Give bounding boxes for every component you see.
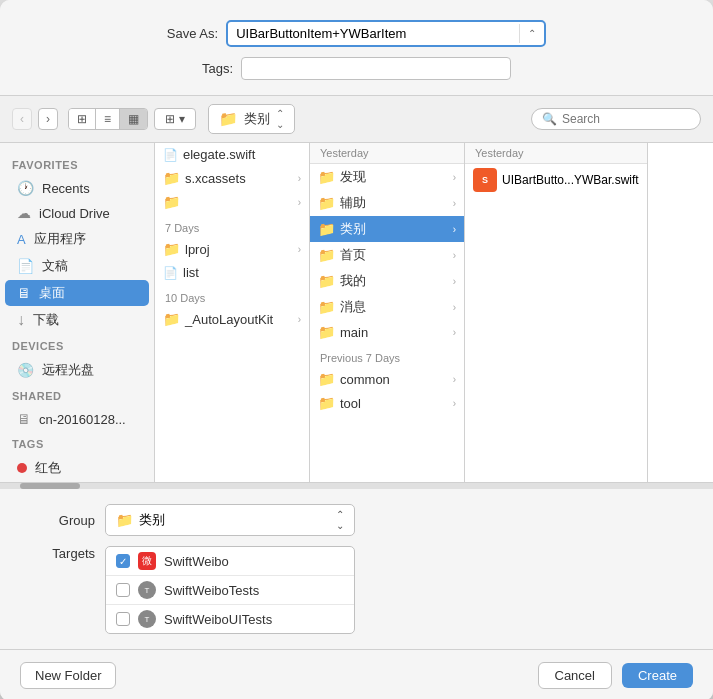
group-selector[interactable]: 📁 类别 ⌃⌄ [105,504,355,536]
folder-icon: 📁 [318,221,335,237]
sidebar-item-recents[interactable]: 🕐 Recents [5,176,149,200]
list-item[interactable]: 📁 main › [310,320,464,344]
scrollbar-thumb[interactable] [20,483,80,489]
folder-icon: 📁 [318,273,335,289]
list-item[interactable]: 📁 我的 › [310,268,464,294]
disk-icon: 💿 [17,362,34,378]
red-dot-icon [17,463,27,473]
view-column-button[interactable]: ▦ [120,109,147,129]
share-button[interactable]: ⊞ ▾ [154,108,196,130]
view-list-button[interactable]: ≡ [96,109,120,129]
create-button[interactable]: Create [622,663,693,688]
list-item[interactable]: S UIBartButto...YWBar.swift [465,164,647,196]
save-as-chevron-icon[interactable]: ⌃ [519,24,544,43]
tags-row: Tags: [30,57,683,80]
list-item[interactable]: 📁 消息 › [310,294,464,320]
target-name-swiftweibo: SwiftWeibo [164,554,229,569]
file-column-1: 📄 elegate.swift 📁 s.xcassets › 📁 › 7 Day… [155,143,310,482]
arrow-icon: › [453,398,456,409]
list-item[interactable]: 📄 list [155,261,309,284]
list-item[interactable]: 📁 _AutoLayoutKit › [155,307,309,331]
save-as-label: Save As: [167,26,218,41]
target-checkbox-swiftweiboUITests[interactable] [116,612,130,626]
share-chevron-icon: ▾ [179,112,185,126]
devices-label: Devices [0,334,154,356]
folder-icon: 📁 [318,195,335,211]
targets-label: Targets [30,546,95,561]
sidebar-item-label: 文稿 [42,257,68,275]
columns-area: 📄 elegate.swift 📁 s.xcassets › 📁 › 7 Day… [155,143,713,482]
folder-icon: 📁 [318,169,335,185]
file-item-label: UIBartButto...YWBar.swift [502,173,639,187]
tags-input[interactable] [241,57,511,80]
folder-icon: 📁 [163,194,180,210]
back-button[interactable]: ‹ [12,108,32,130]
target-checkbox-swiftweibo[interactable]: ✓ [116,554,130,568]
save-as-input[interactable] [228,22,519,45]
list-item[interactable]: 📁 common › [310,367,464,391]
file-item-label: elegate.swift [183,147,301,162]
forward-button[interactable]: › [38,108,58,130]
section-divider-prev7: Previous 7 Days [310,344,464,367]
file-item-label: list [183,265,301,280]
list-item[interactable]: 📁 s.xcassets › [155,166,309,190]
docs-icon: 📄 [17,258,34,274]
bottom-section: Group 📁 类别 ⌃⌄ Targets ✓ 微 SwiftWeibo T [0,489,713,649]
sidebar-item-docs[interactable]: 📄 文稿 [5,253,149,279]
list-item[interactable]: 📁 tool › [310,391,464,415]
folder-icon: 📁 [318,299,335,315]
desktop-icon: 🖥 [17,285,31,301]
sidebar-item-label: Recents [42,181,90,196]
sidebar-item-shared[interactable]: 🖥 cn-20160128... [5,407,149,431]
downloads-icon: ↓ [17,311,25,329]
uitest-icon: T [138,610,156,628]
cancel-button[interactable]: Cancel [538,662,612,689]
target-name-swiftweiboTests: SwiftWeiboTests [164,583,259,598]
search-icon: 🔍 [542,112,557,126]
file-column-2: Yesterday 📁 发现 › 📁 辅助 › 📁 类别 › 📁 [310,143,465,482]
sidebar-item-label: 远程光盘 [42,361,94,379]
favorites-label: Favorites [0,153,154,175]
arrow-icon: › [453,327,456,338]
list-item[interactable]: 📄 elegate.swift [155,143,309,166]
target-item-swiftweiboTests[interactable]: T SwiftWeiboTests [106,576,354,605]
sidebar-item-desktop[interactable]: 🖥 桌面 [5,280,149,306]
list-item[interactable]: 📁 辅助 › [310,190,464,216]
group-row: Group 📁 类别 ⌃⌄ [30,504,683,536]
test-icon: T [138,581,156,599]
arrow-icon: › [298,173,301,184]
sidebar-item-remote-disk[interactable]: 💿 远程光盘 [5,357,149,383]
list-item[interactable]: 📁 发现 › [310,164,464,190]
top-section: Save As: ⌃ Tags: [0,0,713,96]
arrow-icon: › [453,224,456,235]
sidebar-item-downloads[interactable]: ↓ 下载 [5,307,149,333]
target-checkbox-swiftweiboTests[interactable] [116,583,130,597]
group-folder-icon: 📁 [116,512,133,528]
group-label: Group [30,513,95,528]
list-item[interactable]: 📁 类别 › [310,216,464,242]
scrollbar[interactable] [0,483,713,489]
search-box[interactable]: 🔍 [531,108,701,130]
list-item[interactable]: 📁 › [155,190,309,214]
target-item-swiftweiboUITests[interactable]: T SwiftWeiboUITests [106,605,354,633]
view-icon-button[interactable]: ⊞ [69,109,96,129]
sidebar-item-red-tag[interactable]: 红色 [5,455,149,481]
list-item[interactable]: 📁 首页 › [310,242,464,268]
file-item-label: main [340,325,448,340]
target-item-swiftweibo[interactable]: ✓ 微 SwiftWeibo [106,547,354,576]
search-input[interactable] [562,112,690,126]
save-as-input-wrapper[interactable]: ⌃ [226,20,546,47]
arrow-icon: › [453,172,456,183]
folder-name: 类别 [244,110,270,128]
sidebar-item-icloud[interactable]: ☁ iCloud Drive [5,201,149,225]
file-item-label: common [340,372,448,387]
folder-selector[interactable]: 📁 类别 ⌃ ⌄ [208,104,295,134]
new-folder-button[interactable]: New Folder [20,662,116,689]
group-chevron-icon: ⌃⌄ [336,509,344,531]
file-item-label: tool [340,396,448,411]
sidebar-item-label: 红色 [35,459,61,477]
sidebar-item-apps[interactable]: A 应用程序 [5,226,149,252]
list-item[interactable]: 📁 lproj › [155,237,309,261]
arrow-icon: › [453,250,456,261]
folder-icon: 📁 [163,241,180,257]
